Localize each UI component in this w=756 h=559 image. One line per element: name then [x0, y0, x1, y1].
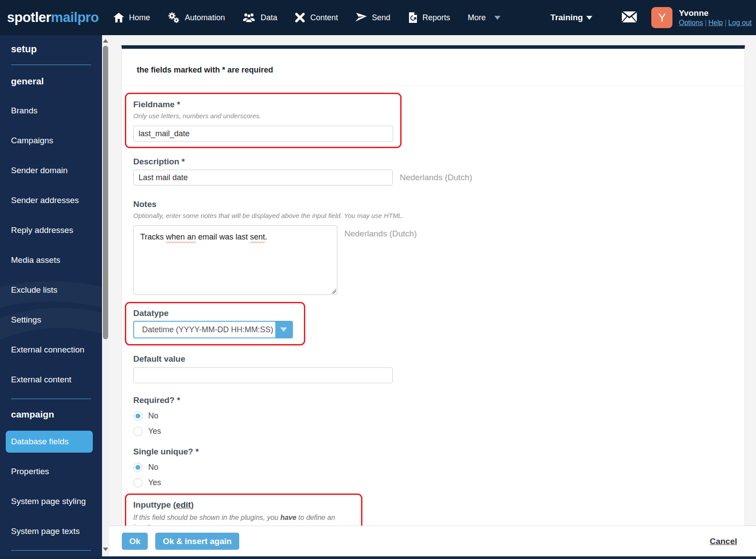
send-plane-icon	[355, 12, 367, 23]
action-footer: Ok Ok & insert again Cancel	[109, 526, 756, 556]
sidebar-item-sender-domain[interactable]: Sender domain	[6, 160, 93, 181]
notes-text: Tracks	[140, 232, 166, 241]
nav-item-label: Home	[129, 13, 150, 22]
fieldname-label: Fieldname *	[133, 99, 393, 110]
radio-selected-icon[interactable]	[133, 411, 142, 421]
nav-item-label: Automation	[185, 13, 225, 22]
chevron-down-icon	[586, 16, 592, 20]
brand-logo[interactable]: spotlermailpro	[7, 10, 99, 25]
sidebar-item-brands[interactable]: Brands	[6, 100, 93, 122]
app-root: spotlermailpro Home Automation	[0, 0, 756, 559]
reports-file-icon	[408, 12, 418, 23]
single-unique-group: Single unique? * No Yes	[133, 446, 745, 487]
radio-option-label: No	[148, 411, 158, 421]
notes-text: .	[265, 232, 267, 241]
ok-button[interactable]: Ok	[122, 533, 148, 550]
inputtype-helper-bold: have	[280, 514, 296, 521]
account-selector[interactable]: Training	[526, 13, 593, 22]
sidebar-item-system-page-styling[interactable]: System page styling	[6, 490, 93, 512]
nav-item-data[interactable]: Data	[242, 13, 277, 22]
radio-selected-icon[interactable]	[133, 463, 142, 472]
scroll-up-arrow[interactable]	[102, 37, 109, 44]
description-group: Description * Nederlands (Dutch)	[133, 156, 745, 185]
home-icon	[113, 13, 124, 22]
sidebar-item-settings[interactable]: Settings	[6, 309, 93, 331]
inputtype-edit-link[interactable]: edit	[176, 500, 191, 509]
sidebar-item-external-content[interactable]: External content	[6, 369, 93, 391]
inputtype-label-text: )	[191, 500, 194, 509]
nav-item-label: Send	[372, 13, 390, 22]
scroll-down-arrow[interactable]	[102, 546, 109, 553]
textarea-resize-handle[interactable]	[331, 289, 336, 294]
description-input[interactable]	[133, 170, 393, 185]
sidebar-divider	[11, 550, 91, 551]
logo-part-mailpro: mailpro	[51, 10, 99, 25]
default-value-label: Default value	[133, 354, 745, 364]
sidebar-item-database-fields[interactable]: Database fields	[6, 431, 93, 453]
user-block: Yvonne Options|Help|Log out	[679, 8, 752, 27]
nav-item-automation[interactable]: Automation	[168, 12, 225, 23]
sidebar-item-campaigns[interactable]: Campaigns	[6, 130, 93, 152]
notes-group: Notes Optionally, enter some notes that …	[133, 199, 745, 295]
sidebar-section-general: general	[0, 76, 102, 87]
default-value-input[interactable]	[133, 367, 393, 383]
scrollbar-thumb[interactable]	[103, 46, 108, 339]
notes-textarea[interactable]: Tracks when an email was last sent.	[133, 225, 337, 295]
nav-item-reports[interactable]: Reports	[408, 12, 450, 23]
sidebar-item-system-page-texts[interactable]: System page texts	[6, 520, 93, 542]
datatype-label: Datatype	[133, 308, 297, 319]
required-option-no[interactable]: No	[133, 411, 158, 421]
nav-item-send[interactable]: Send	[355, 12, 390, 23]
required-option-yes[interactable]: Yes	[133, 427, 161, 436]
envelope-icon	[621, 11, 637, 25]
radio-option-label: Yes	[148, 478, 161, 487]
notes-text-misspelled: when an	[166, 232, 196, 241]
fieldname-input[interactable]	[133, 126, 393, 142]
options-link[interactable]: Options	[679, 19, 703, 26]
nav-item-label: Reports	[423, 13, 450, 22]
field-edit-card: the fields marked with * are required Fi…	[121, 45, 745, 559]
radio-unselected-icon[interactable]	[133, 427, 142, 436]
automation-gears-icon	[168, 12, 180, 23]
sidebar-item-properties[interactable]: Properties	[6, 461, 93, 483]
single-unique-option-yes[interactable]: Yes	[133, 478, 161, 487]
sidebar-item-reply-addresses[interactable]: Reply addresses	[6, 219, 93, 241]
default-value-group: Default value	[133, 354, 745, 383]
datatype-select[interactable]: Datetime (YYYY-MM-DD HH:MM:SS)	[133, 321, 293, 338]
nav-item-more[interactable]: More	[468, 13, 500, 22]
fieldname-annotation-box: Fieldname * Only use letters, numbers an…	[125, 93, 402, 148]
nav-item-label: Data	[260, 13, 277, 22]
link-separator: |	[705, 19, 707, 26]
radio-option-label: Yes	[148, 427, 161, 436]
sidebar-item-exclude-lists[interactable]: Exclude lists	[6, 279, 93, 301]
vertical-scrollbar[interactable]	[102, 35, 109, 556]
inputtype-label: Inputtype (edit)	[133, 500, 354, 510]
setup-sidebar: setup general Brands Campaigns Sender do…	[0, 35, 102, 556]
chevron-down-icon	[494, 16, 500, 20]
sidebar-item-external-connection[interactable]: External connection	[6, 339, 93, 361]
sidebar-divider	[11, 399, 91, 399]
description-label: Description *	[133, 156, 745, 167]
required-fields-note: the fields marked with * are required	[137, 65, 745, 75]
chevron-down-icon	[280, 327, 287, 332]
sidebar-item-media-assets[interactable]: Media assets	[6, 249, 93, 271]
description-language-label: Nederlands (Dutch)	[400, 173, 472, 182]
help-link[interactable]: Help	[709, 19, 723, 26]
radio-option-label: No	[148, 463, 158, 472]
single-unique-label: Single unique? *	[133, 446, 745, 457]
user-avatar[interactable]: Y	[651, 7, 672, 28]
nav-item-content[interactable]: Content	[295, 12, 338, 23]
cancel-link[interactable]: Cancel	[710, 537, 737, 546]
content-x-icon	[295, 12, 305, 23]
main-nav: Home Automation Data Content	[113, 12, 500, 23]
nav-item-home[interactable]: Home	[113, 13, 150, 22]
inputtype-helper-text: If this field should be shown in the plu…	[133, 514, 280, 521]
sidebar-item-sender-addresses[interactable]: Sender addresses	[6, 189, 93, 211]
ok-insert-again-button[interactable]: Ok & insert again	[155, 533, 239, 550]
logout-link[interactable]: Log out	[728, 19, 752, 26]
single-unique-option-no[interactable]: No	[133, 463, 158, 472]
datatype-annotation-box: Datatype Datetime (YYYY-MM-DD HH:MM:SS)	[125, 302, 305, 345]
radio-unselected-icon[interactable]	[133, 478, 142, 487]
select-dropdown-button[interactable]	[275, 322, 292, 338]
inbox-button[interactable]	[621, 11, 637, 25]
